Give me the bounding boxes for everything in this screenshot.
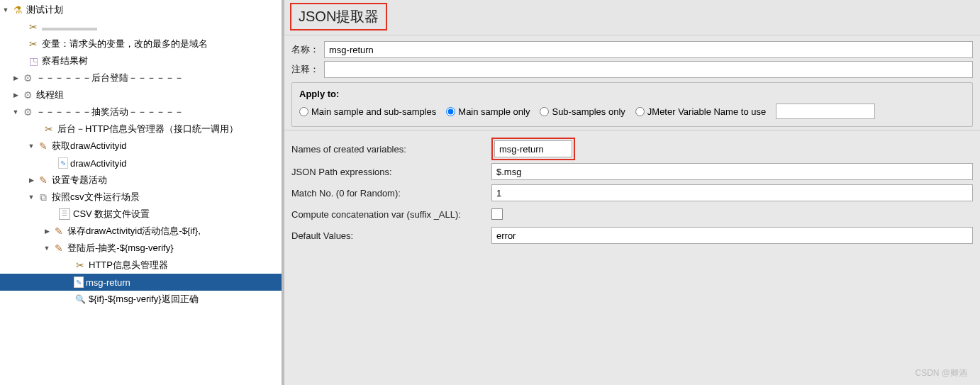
gear-icon: ⧉ xyxy=(37,191,50,203)
toggle-icon[interactable]: ▶ xyxy=(27,176,35,184)
tree-node-http-header-mgr[interactable]: ✂ 后台－HTTP信息头管理器（接口统一调用） xyxy=(0,121,282,138)
radio-input[interactable] xyxy=(446,107,455,116)
config-panel: JSON提取器 名称： 注释： Apply to: Main sample an… xyxy=(282,0,980,385)
tree-node-label: ${if}-${msg-verify}返回正确 xyxy=(89,293,203,306)
apply-to-group: Apply to: Main sample and sub-samples Ma… xyxy=(291,82,973,127)
tree-node-save-draw[interactable]: ▶ ✎ 保存drawActivityid活动信息-${if}, xyxy=(0,223,282,240)
default-values-input[interactable] xyxy=(491,227,973,244)
wrench-icon: ✂ xyxy=(27,38,40,50)
radio-label: Sub-samples only xyxy=(552,106,625,117)
watermark: CSDN @卿酒 xyxy=(915,367,967,379)
tree-node-label: msg-return xyxy=(86,277,135,288)
tree-node-label: drawActivityid xyxy=(70,158,130,169)
radio-label: Main sample only xyxy=(458,106,530,117)
tree-node-label: 测试计划 xyxy=(26,4,67,16)
tree-node-label: 按照csv文件运行场景 xyxy=(52,191,144,203)
radio-sub-only[interactable]: Sub-samples only xyxy=(540,106,625,117)
tree-node-label: －－－－－－抽奖活动－－－－－－ xyxy=(36,106,188,118)
wrench-icon: ✂ xyxy=(27,21,40,33)
name-input[interactable] xyxy=(324,41,973,58)
tree-node-csv-data[interactable]: CSV 数据文件设置 xyxy=(0,206,282,223)
match-no-label: Match No. (0 for Random): xyxy=(291,188,491,199)
tree-node-label: 后台－HTTP信息头管理器（接口统一调用） xyxy=(57,123,243,135)
tree-node-label: 登陆后-抽奖-${msg-verify} xyxy=(67,242,178,255)
tree-root[interactable]: ▼ ⚗ 测试计划 xyxy=(0,1,282,18)
toggle-icon[interactable]: ▼ xyxy=(27,142,35,150)
tree-node-thread-group[interactable]: ▶ ⚙ 线程组 xyxy=(0,87,282,104)
tree-node-draw-activity[interactable]: drawActivityid xyxy=(0,155,282,172)
tree-node-get-draw[interactable]: ▼ ✎ 获取drawActivityid xyxy=(0,138,282,155)
tree-node-label: 设置专题活动 xyxy=(52,174,111,186)
toggle-icon[interactable]: ▼ xyxy=(27,193,35,201)
tree-node-login-after[interactable]: ▼ ✎ 登陆后-抽奖-${msg-verify} xyxy=(0,240,282,257)
tree-node-variable[interactable]: ✂ 变量：请求头的变量，改的最多的是域名 xyxy=(0,35,282,52)
tree-node-set-topic[interactable]: ▶ ✎ 设置专题活动 xyxy=(0,172,282,189)
toggle-icon[interactable]: ▶ xyxy=(11,91,20,99)
tree-node-label: 察看结果树 xyxy=(42,55,92,67)
tree-node-label: HTTP信息头管理器 xyxy=(89,259,172,272)
name-label: 名称： xyxy=(291,43,324,56)
tree-node-lottery-group[interactable]: ▼ ⚙ －－－－－－抽奖活动－－－－－－ xyxy=(0,104,282,121)
tree-panel: ▼ ⚗ 测试计划 ✂ ▬▬▬▬▬▬ ✂ 变量：请求头的变量，改的最多的是域名 ◳… xyxy=(0,0,282,385)
tree-node-label: －－－－－－后台登陆－－－－－－ xyxy=(36,72,188,84)
toggle-icon[interactable]: ▼ xyxy=(1,6,10,14)
page-icon xyxy=(58,157,68,169)
dropper-icon: ✎ xyxy=(52,225,65,238)
jmeter-var-input[interactable] xyxy=(776,104,875,119)
wrench-icon: ✂ xyxy=(43,123,55,135)
tree-node-login-group[interactable]: ▶ ⚙ －－－－－－后台登陆－－－－－－ xyxy=(0,69,282,87)
apply-to-legend: Apply to: xyxy=(299,89,965,99)
toggle-icon[interactable]: ▶ xyxy=(43,227,51,235)
names-label: Names of created variables: xyxy=(291,144,491,155)
csv-icon xyxy=(58,208,71,221)
tree-node-label: 获取drawActivityid xyxy=(52,140,130,152)
tree-node-http-header[interactable]: ✂ HTTP信息头管理器 xyxy=(0,257,282,274)
tree-node-msg-return[interactable]: msg-return xyxy=(0,274,282,291)
radio-label: JMeter Variable Name to use xyxy=(647,106,766,117)
comment-input[interactable] xyxy=(324,61,973,78)
radio-main-only[interactable]: Main sample only xyxy=(446,106,530,117)
toggle-icon[interactable]: ▼ xyxy=(43,244,51,252)
wrench-icon: ✂ xyxy=(74,259,87,272)
radio-input[interactable] xyxy=(635,107,645,116)
default-values-label: Default Values: xyxy=(291,230,491,241)
tree-node-results[interactable]: ◳ 察看结果树 xyxy=(0,52,282,69)
concat-checkbox[interactable] xyxy=(491,208,503,220)
dropper-icon: ✎ xyxy=(52,242,65,255)
tree-node-label: 保存drawActivityid活动信息-${if}, xyxy=(67,225,205,238)
json-path-input[interactable] xyxy=(491,163,973,180)
tree-node-blurred[interactable]: ✂ ▬▬▬▬▬▬ xyxy=(0,18,282,35)
tree-node-label: 变量：请求头的变量，改的最多的是域名 xyxy=(42,38,212,50)
flask-icon: ⚗ xyxy=(11,4,24,16)
gear-icon: ⚙ xyxy=(21,89,34,101)
panel-title: JSON提取器 xyxy=(290,3,387,30)
toggle-icon[interactable]: ▼ xyxy=(11,108,20,116)
concat-label: Compute concatenation var (suffix _ALL): xyxy=(291,209,491,220)
tree-node-label: CSV 数据文件设置 xyxy=(73,208,154,221)
names-input[interactable] xyxy=(494,140,572,157)
dropper-icon: ✎ xyxy=(37,140,50,152)
toggle-icon[interactable]: ▶ xyxy=(11,74,20,82)
magnifier-icon xyxy=(74,293,87,306)
comment-label: 注释： xyxy=(291,63,324,76)
result-tree-icon: ◳ xyxy=(27,55,40,67)
tree-node-label: 线程组 xyxy=(36,89,68,101)
gear-icon: ⚙ xyxy=(21,72,34,84)
radio-jmeter-var[interactable]: JMeter Variable Name to use xyxy=(635,106,766,117)
tree-node-if-verify[interactable]: ${if}-${msg-verify}返回正确 xyxy=(0,291,282,308)
tree-node-csv-scene[interactable]: ▼ ⧉ 按照csv文件运行场景 xyxy=(0,189,282,206)
json-path-label: JSON Path expressions: xyxy=(291,167,491,177)
radio-input[interactable] xyxy=(540,107,549,116)
match-no-input[interactable] xyxy=(491,184,973,201)
radio-main-sub[interactable]: Main sample and sub-samples xyxy=(299,106,436,117)
gear-icon: ⚙ xyxy=(21,106,34,118)
radio-input[interactable] xyxy=(299,107,308,116)
page-icon xyxy=(74,277,84,288)
radio-label: Main sample and sub-samples xyxy=(311,106,436,117)
dropper-icon: ✎ xyxy=(37,174,50,186)
tree-node-label: ▬▬▬▬▬▬ xyxy=(42,22,101,33)
